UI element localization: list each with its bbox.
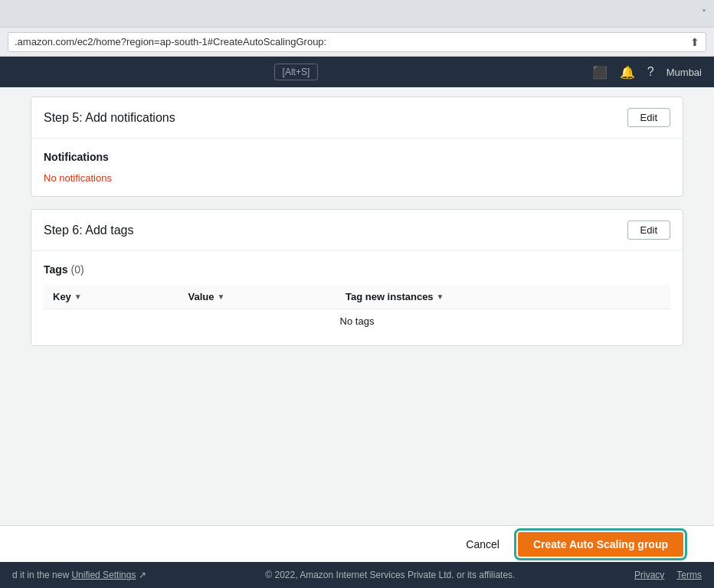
chevron-down-icon: ˅	[702, 8, 706, 19]
footer: d it in the new Unified Settings ↗ © 202…	[0, 562, 714, 588]
search-shortcut-badge: [Alt+S]	[274, 64, 319, 80]
topnav-icons-group: ⬛ 🔔 ? Mumbai	[592, 65, 702, 80]
terms-link[interactable]: Terms	[676, 570, 702, 580]
address-bar[interactable]: .amazon.com/ec2/home?region=ap-south-1#C…	[8, 32, 706, 52]
key-column-header: Key ▼	[44, 285, 179, 309]
value-sort-icon: ▼	[218, 292, 225, 301]
footer-links: Privacy Terms	[634, 570, 702, 580]
step6-header: Step 6: Add tags Edit	[31, 210, 683, 250]
address-bar-row: .amazon.com/ec2/home?region=ap-south-1#C…	[0, 28, 714, 57]
footer-left-text: d it in the new Unified Settings ↗	[12, 570, 146, 580]
step6-card: Step 6: Add tags Edit Tags (0) Key ▼	[31, 209, 683, 346]
main-content: Step 5: Add notifications Edit Notificat…	[0, 87, 714, 525]
step5-header: Step 5: Add notifications Edit	[31, 97, 683, 138]
action-bar: Cancel Create Auto Scaling group	[0, 525, 714, 562]
step5-card: Step 5: Add notifications Edit Notificat…	[31, 96, 683, 197]
help-icon[interactable]: ?	[647, 65, 654, 79]
key-sort-icon: ▼	[74, 292, 82, 301]
topnav-search-area: [Alt+S]	[12, 64, 580, 80]
tags-table: Key ▼ Value ▼ Tag new in	[44, 285, 670, 333]
step6-title: Step 6: Add tags	[44, 224, 133, 237]
unified-settings-link[interactable]: Unified Settings	[71, 570, 136, 580]
tags-label: Tags	[44, 263, 68, 276]
terminal-icon[interactable]: ⬛	[592, 65, 608, 80]
notifications-subtitle: Notifications	[44, 151, 670, 163]
tags-count: (0)	[71, 263, 84, 276]
cancel-button[interactable]: Cancel	[457, 534, 509, 555]
value-column-header: Value ▼	[179, 285, 336, 309]
step6-body: Tags (0) Key ▼ Value	[31, 250, 683, 345]
tags-subtitle: Tags (0)	[44, 263, 670, 276]
step5-body: Notifications No notifications	[31, 138, 683, 196]
external-link-icon: ↗	[139, 570, 146, 580]
no-notifications-text: No notifications	[44, 172, 670, 184]
footer-copyright: © 2022, Amazon Internet Services Private…	[152, 570, 628, 580]
url-text: .amazon.com/ec2/home?region=ap-south-1#C…	[15, 36, 326, 47]
share-icon[interactable]: ⬆	[690, 36, 699, 48]
no-tags-text: No tags	[44, 309, 670, 334]
tag-instances-sort-icon: ▼	[437, 292, 444, 301]
no-tags-row: No tags	[44, 309, 670, 334]
tag-new-instances-column-header: Tag new instances ▼	[336, 285, 670, 309]
browser-chrome: ˅	[0, 0, 714, 28]
step6-edit-button[interactable]: Edit	[627, 220, 670, 240]
region-label[interactable]: Mumbai	[667, 67, 702, 78]
bell-icon[interactable]: 🔔	[620, 65, 635, 80]
step5-title: Step 5: Add notifications	[44, 111, 175, 125]
create-auto-scaling-group-button[interactable]: Create Auto Scaling group	[518, 532, 683, 557]
privacy-link[interactable]: Privacy	[634, 570, 664, 580]
step5-edit-button[interactable]: Edit	[627, 108, 670, 127]
aws-topnav: [Alt+S] ⬛ 🔔 ? Mumbai	[0, 57, 714, 87]
